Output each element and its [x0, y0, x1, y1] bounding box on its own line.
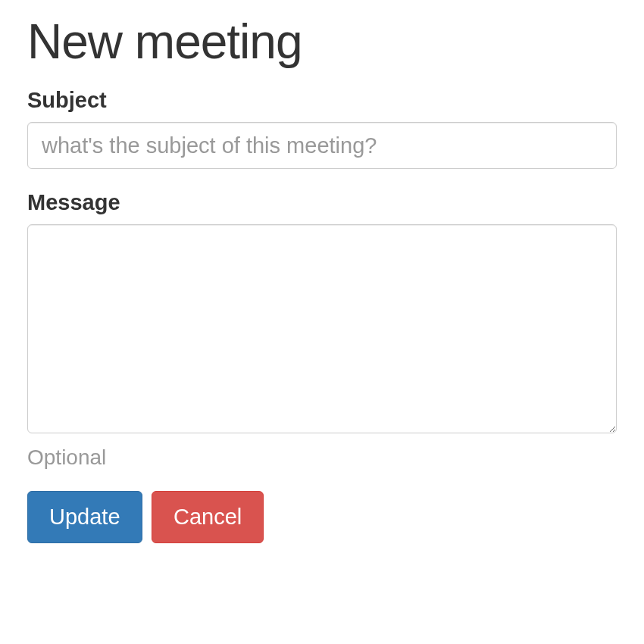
- page-title: New meeting: [27, 14, 617, 70]
- message-label: Message: [27, 190, 617, 215]
- subject-group: Subject: [27, 88, 617, 169]
- update-button[interactable]: Update: [27, 491, 142, 543]
- message-help-text: Optional: [27, 445, 617, 470]
- subject-label: Subject: [27, 88, 617, 113]
- subject-input[interactable]: [27, 122, 617, 169]
- cancel-button[interactable]: Cancel: [152, 491, 264, 543]
- button-row: Update Cancel: [27, 491, 617, 543]
- message-group: Message Optional: [27, 190, 617, 470]
- meeting-form: Subject Message Optional Update Cancel: [27, 88, 617, 543]
- message-input[interactable]: [27, 224, 617, 433]
